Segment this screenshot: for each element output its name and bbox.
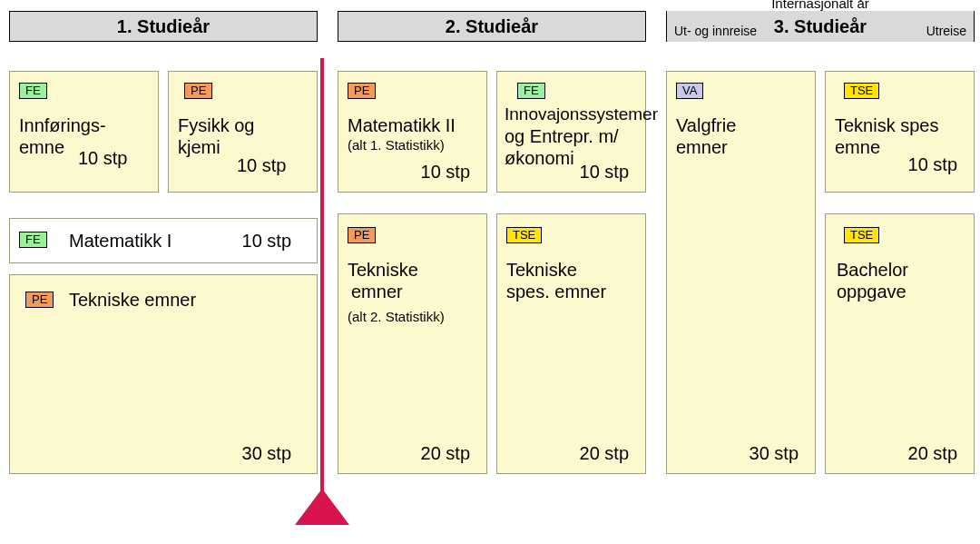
- course-y3-valgfrie: VA Valgfrie emner 30 stp: [666, 71, 816, 474]
- tag-fe: FE: [19, 232, 47, 248]
- course-title: Valgfrie: [676, 115, 736, 136]
- course-title: Innførings-: [19, 115, 106, 136]
- course-stp: 10 stp: [580, 162, 629, 183]
- course-title: Tekniske emner: [69, 290, 196, 311]
- course-title: Innovajonssystemer: [505, 104, 658, 124]
- course-stp: 20 stp: [421, 443, 470, 464]
- tag-fe: FE: [19, 83, 47, 99]
- header-year-1-label: 1. Studieår: [117, 16, 210, 37]
- course-stp: 20 stp: [580, 443, 629, 464]
- course-stp: 10 stp: [908, 154, 957, 175]
- course-y1-matematikk1: FE Matematikk I 10 stp: [9, 218, 318, 263]
- course-title: emner: [351, 282, 403, 302]
- intake-divider: [320, 58, 324, 492]
- course-title: Teknisk spes: [835, 115, 939, 136]
- course-y2-matematikk2: PE Matematikk II (alt 1. Statistikk) 10 …: [338, 71, 487, 193]
- course-title: spes. emner: [506, 282, 606, 302]
- course-stp: 30 stp: [750, 443, 799, 464]
- header-year-2: 2. Studieår: [338, 11, 646, 42]
- tag-tse: TSE: [844, 83, 879, 99]
- course-title: Fysikk og: [178, 115, 254, 136]
- course-sub: (alt 2. Statistikk): [348, 309, 445, 324]
- course-sub: (alt 1. Statistikk): [348, 137, 445, 153]
- course-y1-fysikk: PE Fysikk og kjemi 10 stp: [168, 71, 318, 193]
- study-plan-diagram: 1. Studieår 2. Studieår Internasjonalt å…: [0, 0, 980, 544]
- course-stp: 10 stp: [242, 231, 291, 252]
- course-y1-tekniske: PE Tekniske emner 30 stp: [9, 274, 318, 474]
- tag-fe: FE: [517, 83, 545, 99]
- course-title: og Entrepr. m/: [505, 126, 619, 147]
- header-year-3-left: Ut- og innreise: [674, 24, 757, 38]
- intake-marker-icon: [295, 489, 349, 525]
- course-y2-tekniske-emner: PE Tekniske emner (alt 2. Statistikk) 20…: [338, 213, 487, 474]
- course-title: emne: [19, 137, 64, 158]
- header-year-1: 1. Studieår: [9, 11, 318, 42]
- course-title: emner: [676, 137, 728, 158]
- course-y1-innforing: FE Innførings- emne 10 stp: [9, 71, 159, 193]
- course-title: Tekniske: [348, 260, 418, 281]
- tag-pe: PE: [348, 227, 376, 243]
- tag-tse: TSE: [506, 227, 542, 243]
- tag-va: VA: [676, 83, 703, 99]
- tag-tse: TSE: [844, 227, 879, 243]
- course-title: kjemi: [178, 137, 220, 158]
- header-year-2-label: 2. Studieår: [446, 16, 538, 37]
- header-year-3-right: Utreise: [926, 24, 966, 38]
- course-title: Tekniske: [506, 260, 577, 281]
- course-y3-bachelor: TSE Bachelor oppgave 20 stp: [825, 213, 975, 474]
- header-year-3-label: 3. Studieår: [774, 16, 867, 37]
- course-stp: 10 stp: [78, 148, 127, 169]
- course-title: økonomi: [505, 148, 574, 169]
- course-stp: 30 stp: [242, 443, 291, 464]
- course-stp: 10 stp: [421, 162, 470, 183]
- tag-pe: PE: [184, 83, 212, 99]
- tag-pe: PE: [25, 292, 54, 308]
- header-year-3-banner: Internasjonalt år: [667, 0, 974, 11]
- course-title: oppgave: [837, 282, 906, 302]
- course-title: Bachelor: [837, 260, 908, 281]
- course-y3-teknisk-spes: TSE Teknisk spes emne 10 stp: [825, 71, 975, 193]
- course-title: Matematikk II: [348, 115, 456, 136]
- course-y2-innovasjon: FE Innovajonssystemer og Entrepr. m/ øko…: [496, 71, 646, 193]
- header-year-3: Internasjonalt år Ut- og innreise 3. Stu…: [666, 11, 975, 42]
- course-stp: 10 stp: [237, 155, 286, 176]
- course-stp: 20 stp: [908, 443, 957, 464]
- course-y2-tekniske-spes: TSE Tekniske spes. emner 20 stp: [496, 213, 646, 474]
- tag-pe: PE: [348, 83, 376, 99]
- course-title: Matematikk I: [69, 231, 172, 252]
- course-title: emne: [835, 137, 880, 158]
